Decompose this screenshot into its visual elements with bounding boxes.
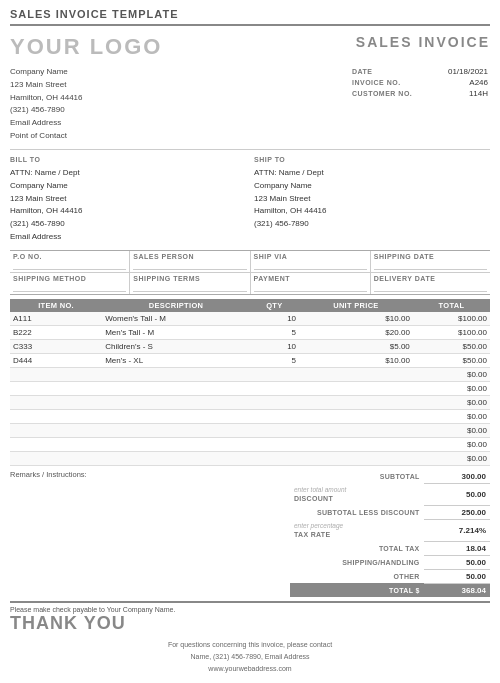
company-address2: Hamilton, OH 44416 [10, 92, 350, 105]
totals-row: SUBTOTAL LESS DISCOUNT250.00 [290, 505, 490, 519]
total-value: 50.00 [424, 569, 490, 583]
cell-desc [102, 423, 250, 437]
thank-you-text: THANK YOU [10, 613, 175, 634]
cell-desc: Children's - S [102, 339, 250, 353]
items-table: ITEM NO.DESCRIPTIONQTYUNIT PRICETOTAL A1… [10, 299, 490, 466]
totals-section: SUBTOTAL300.00enter total amountDISCOUNT… [290, 470, 490, 597]
cell-unit [299, 451, 413, 465]
company-contact: Point of Contact [10, 130, 350, 143]
cell-item: A111 [10, 312, 102, 326]
cell-unit: $20.00 [299, 325, 413, 339]
cell-unit: $5.00 [299, 339, 413, 353]
totals-row: SUBTOTAL300.00 [290, 470, 490, 484]
total-label: SUBTOTAL [290, 470, 424, 484]
cell-qty: 10 [250, 339, 299, 353]
cell-qty [250, 437, 299, 451]
table-row: C333Children's - S10$5.00$50.00 [10, 339, 490, 353]
ship-to-title: SHIP TO [254, 154, 490, 165]
cell-item [10, 367, 102, 381]
customer-no-label: CUSTOMER NO. [350, 88, 433, 99]
totals-row: enter percentageTAX RATE7.214% [290, 519, 490, 541]
ship-address1: 123 Main Street [254, 193, 490, 206]
col-header: TOTAL [413, 299, 490, 312]
cell-total: $0.00 [413, 451, 490, 465]
company-name: Company Name [10, 66, 350, 79]
cell-item [10, 395, 102, 409]
table-row: $0.00 [10, 395, 490, 409]
cell-item [10, 409, 102, 423]
cell-desc [102, 367, 250, 381]
cell-total: $50.00 [413, 339, 490, 353]
footer-website: www.yourwebaddress.com [10, 663, 490, 675]
col-header: QTY [250, 299, 299, 312]
totals-row: TOTAL TAX18.04 [290, 541, 490, 555]
check-payable: Please make check payable to Your Compan… [10, 606, 175, 613]
cell-desc [102, 395, 250, 409]
po-cell-r2-1: SHIPPING TERMS [130, 273, 250, 294]
total-label: SHIPPING/HANDLING [290, 555, 424, 569]
ship-attn: ATTN: Name / Dept [254, 167, 490, 180]
cell-qty [250, 423, 299, 437]
table-row: $0.00 [10, 409, 490, 423]
ship-to-section: SHIP TO ATTN: Name / Dept Company Name 1… [254, 154, 490, 244]
po-rows: P.O NO.SALES PERSONSHIP VIASHIPPING DATE… [10, 250, 490, 295]
remarks-section: Remarks / Instructions: [10, 470, 282, 597]
cell-unit [299, 381, 413, 395]
cell-unit [299, 395, 413, 409]
totals-row: TOTAL $368.04 [290, 583, 490, 597]
cell-item [10, 437, 102, 451]
table-row: $0.00 [10, 451, 490, 465]
table-row: $0.00 [10, 437, 490, 451]
page-title: SALES INVOICE TEMPLATE [10, 8, 490, 26]
footer-section: For questions concerning this invoice, p… [10, 639, 490, 675]
cell-desc: Men's - XL [102, 353, 250, 367]
cell-total: $0.00 [413, 423, 490, 437]
invoice-label: SALES INVOICE [356, 34, 490, 50]
cell-qty [250, 381, 299, 395]
cell-total: $0.00 [413, 409, 490, 423]
logo: YOUR LOGO [10, 34, 162, 60]
po-cell-r1-3: SHIPPING DATE [371, 251, 490, 272]
po-cell-r1-1: SALES PERSON [130, 251, 250, 272]
totals-row: OTHER50.00 [290, 569, 490, 583]
col-header: UNIT PRICE [299, 299, 413, 312]
total-value: 250.00 [424, 505, 490, 519]
cell-item: B222 [10, 325, 102, 339]
date-label: DATE [350, 66, 433, 77]
invoice-details: DATE 01/18/2021 INVOICE NO. A246 CUSTOME… [350, 66, 490, 143]
cell-item [10, 423, 102, 437]
cell-qty [250, 409, 299, 423]
company-phone: (321) 456-7890 [10, 104, 350, 117]
footer-contact-line: For questions concerning this invoice, p… [10, 639, 490, 651]
ship-company: Company Name [254, 180, 490, 193]
total-label: TOTAL TAX [290, 541, 424, 555]
total-value: 18.04 [424, 541, 490, 555]
ship-address2: Hamilton, OH 44416 [254, 205, 490, 218]
cell-item [10, 451, 102, 465]
cell-total: $0.00 [413, 395, 490, 409]
col-header: ITEM NO. [10, 299, 102, 312]
col-header: DESCRIPTION [102, 299, 250, 312]
cell-qty: 5 [250, 353, 299, 367]
cell-item [10, 381, 102, 395]
cell-desc [102, 381, 250, 395]
total-label: enter percentageTAX RATE [290, 519, 424, 541]
cell-total: $0.00 [413, 367, 490, 381]
ship-phone: (321) 456-7890 [254, 218, 490, 231]
cell-total: $0.00 [413, 437, 490, 451]
cell-unit [299, 367, 413, 381]
cell-total: $100.00 [413, 312, 490, 326]
bill-email: Email Address [10, 231, 246, 244]
total-label: OTHER [290, 569, 424, 583]
table-row: $0.00 [10, 381, 490, 395]
company-info: Company Name 123 Main Street Hamilton, O… [10, 66, 350, 143]
cell-desc: Men's Tall - M [102, 325, 250, 339]
total-value: 368.04 [424, 583, 490, 597]
cell-unit [299, 437, 413, 451]
total-value: 50.00 [424, 483, 490, 505]
remarks-label: Remarks / Instructions: [10, 470, 282, 479]
bill-to-section: BILL TO ATTN: Name / Dept Company Name 1… [10, 154, 246, 244]
cell-total: $50.00 [413, 353, 490, 367]
bill-address1: 123 Main Street [10, 193, 246, 206]
total-label: enter total amountDISCOUNT [290, 483, 424, 505]
